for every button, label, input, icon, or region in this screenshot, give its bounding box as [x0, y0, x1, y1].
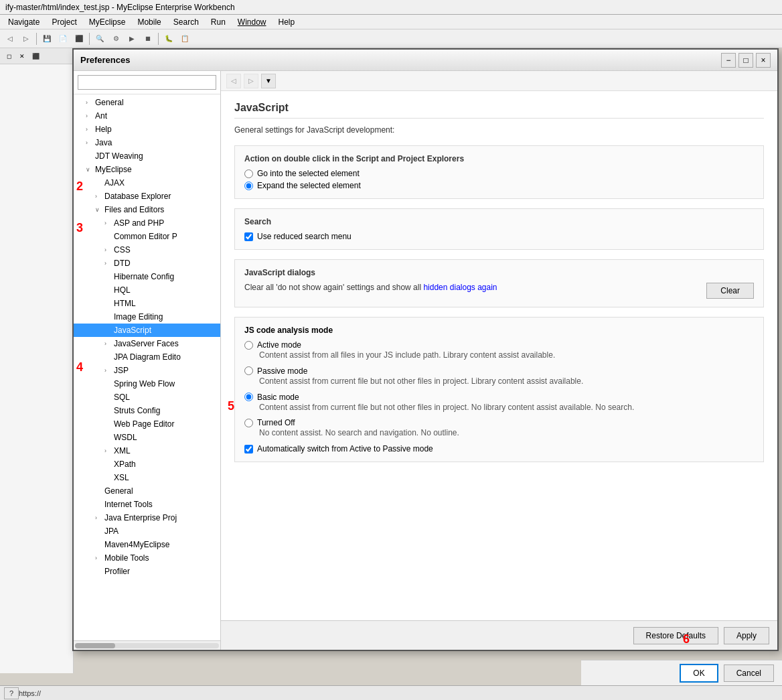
toolbar-btn-3[interactable]: ⬛ [72, 31, 86, 46]
menu-myeclipse[interactable]: MyEclipse [84, 16, 131, 28]
ok-button[interactable]: OK [680, 664, 718, 683]
apply-button[interactable]: Apply [724, 627, 769, 644]
reduced-search-option[interactable]: Use reduced search menu [244, 232, 754, 241]
tree-item-jsp[interactable]: ›JSP [74, 364, 220, 377]
tree-item-general[interactable]: ›General [74, 96, 220, 109]
toolbar-btn-9[interactable]: 📋 [177, 31, 192, 46]
menu-project[interactable]: Project [46, 16, 82, 28]
scrollbar-track [75, 643, 219, 648]
off-mode-radio[interactable] [244, 419, 253, 427]
tree-item-wsdl[interactable]: WSDL [74, 431, 220, 444]
toolbar-btn-5[interactable]: ⚙ [108, 31, 123, 46]
nav-forward-btn[interactable]: ▷ [244, 74, 258, 88]
dialog-close-btn[interactable]: × [756, 53, 771, 68]
go-into-label: Go into the selected element [257, 169, 360, 178]
basic-mode-option[interactable]: Basic mode [244, 393, 754, 402]
tree-item-java-enterprise[interactable]: ›Java Enterprise Proj [74, 511, 220, 524]
tree-item-files-and-editors[interactable]: ∨Files and Editors [74, 203, 220, 216]
clear-button[interactable]: Clear [706, 283, 754, 299]
menu-window[interactable]: Window [232, 16, 272, 28]
active-mode-radio[interactable] [244, 341, 253, 350]
tree-item-myeclipse[interactable]: ∨MyEclipse [74, 163, 220, 176]
tree-item-ajax[interactable]: AJAX [74, 176, 220, 190]
menu-mobile[interactable]: Mobile [132, 16, 166, 28]
tree-item-javascript[interactable]: JavaScript [74, 324, 220, 337]
tree-item-jdt-weaving[interactable]: JDT Weaving [74, 149, 220, 163]
tree-item-jpa[interactable]: JPA [74, 524, 220, 538]
tree-item-maven4myeclipse[interactable]: Maven4MyEclipse [74, 538, 220, 551]
tree-scrollbar-horizontal[interactable] [74, 640, 220, 650]
tree-item-asp-and-php[interactable]: ›ASP and PHP [74, 216, 220, 230]
tree-item-hql[interactable]: HQL [74, 283, 220, 297]
tree-item-javaserver-faces[interactable]: ›JavaServer Faces [74, 337, 220, 350]
tree-item-dtd[interactable]: ›DTD [74, 257, 220, 270]
off-mode-option[interactable]: Turned Off [244, 418, 754, 427]
restore-defaults-button[interactable]: Restore Defaults [633, 627, 718, 644]
tree-item-mobile-tools[interactable]: ›Mobile Tools [74, 551, 220, 565]
toolbar-btn-6[interactable]: ▶ [125, 31, 139, 46]
expand-option[interactable]: Expand the selected element [244, 181, 754, 190]
toolbar-btn-2[interactable]: 📄 [56, 31, 70, 46]
app-title: ify-master/html/index_test.jsp - MyEclip… [5, 3, 235, 12]
toolbar-btn-7[interactable]: ⏹ [141, 31, 155, 46]
toolbar-separator-2 [89, 33, 90, 45]
passive-mode-radio[interactable] [244, 366, 253, 375]
toolbar-forward[interactable]: ▷ [19, 31, 33, 46]
tree-item-general2[interactable]: General [74, 484, 220, 498]
tree-item-database-explorer[interactable]: ›Database Explorer [74, 190, 220, 203]
tree-item-xml[interactable]: ›XML [74, 444, 220, 458]
basic-mode-label: Basic mode [257, 393, 299, 402]
dialog-minimize-btn[interactable]: − [721, 53, 736, 68]
tree-item-struts-config[interactable]: Struts Config [74, 404, 220, 417]
menu-search[interactable]: Search [168, 16, 204, 28]
help-button[interactable]: ? [4, 687, 19, 699]
left-panel-btn-2[interactable]: ✕ [16, 50, 28, 62]
toolbar-btn-4[interactable]: 🔍 [92, 31, 107, 46]
tree-item-xpath[interactable]: XPath [74, 458, 220, 471]
go-into-option[interactable]: Go into the selected element [244, 169, 754, 178]
left-panel-btn-1[interactable]: ◻ [3, 50, 15, 62]
dialogs-link[interactable]: hidden dialogs again [423, 283, 497, 292]
toolbar-save[interactable]: 💾 [40, 31, 54, 46]
toolbar-separator-3 [158, 33, 159, 45]
tree-item-jpa-diagram-editor[interactable]: JPA Diagram Edito [74, 350, 220, 364]
expand-radio[interactable] [244, 182, 253, 190]
tree-item-hibernate-config[interactable]: Hibernate Config [74, 270, 220, 283]
tree-item-sql[interactable]: SQL [74, 391, 220, 404]
toolbar-back[interactable]: ◁ [3, 31, 17, 46]
go-into-radio[interactable] [244, 169, 253, 178]
passive-mode-desc: Content assist from current file but not… [259, 376, 754, 387]
action-section: Action on double click in the Script and… [234, 145, 764, 199]
tree-item-java[interactable]: ›Java [74, 136, 220, 149]
tree-item-spring-web-flow[interactable]: Spring Web Flow [74, 377, 220, 391]
tree-search-input[interactable] [78, 75, 216, 90]
menu-navigate[interactable]: Navigate [3, 16, 45, 28]
tree-item-xsl[interactable]: XSL [74, 471, 220, 484]
basic-mode-radio[interactable] [244, 393, 253, 401]
nav-back-btn[interactable]: ◁ [226, 74, 241, 88]
toolbar-btn-8[interactable]: 🐛 [161, 31, 176, 46]
tree-item-ant[interactable]: ›Ant [74, 109, 220, 123]
reduced-search-checkbox[interactable] [244, 232, 253, 241]
menu-help[interactable]: Help [273, 16, 301, 28]
tree-item-common-editor[interactable]: Common Editor P [74, 230, 220, 243]
tree-item-web-page-editor[interactable]: Web Page Editor [74, 417, 220, 431]
tree-item-css[interactable]: ›CSS [74, 243, 220, 257]
tree-item-profiler[interactable]: Profiler [74, 565, 220, 578]
tree-item-help[interactable]: ›Help [74, 123, 220, 136]
passive-mode-option[interactable]: Passive mode [244, 366, 754, 376]
menu-run[interactable]: Run [206, 16, 231, 28]
left-panel-btn-3[interactable]: ⬛ [29, 50, 42, 62]
tree-item-image-editing[interactable]: Image Editing [74, 310, 220, 324]
tree-item-html[interactable]: HTML [74, 297, 220, 310]
active-mode-option[interactable]: Active mode [244, 340, 754, 350]
annotation-2: 2 [76, 180, 83, 194]
tree-item-internet-tools[interactable]: Internet Tools [74, 498, 220, 511]
preferences-dialog: Preferences − □ × ›General›Ant›Help›Java… [72, 48, 779, 651]
annotation-3: 3 [76, 221, 83, 235]
dialog-maximize-btn[interactable]: □ [738, 53, 753, 68]
nav-dropdown-btn[interactable]: ▼ [261, 74, 276, 88]
auto-switch-option[interactable]: Automatically switch from Active to Pass… [244, 444, 754, 453]
cancel-button[interactable]: Cancel [724, 664, 774, 682]
auto-switch-checkbox[interactable] [244, 445, 253, 453]
